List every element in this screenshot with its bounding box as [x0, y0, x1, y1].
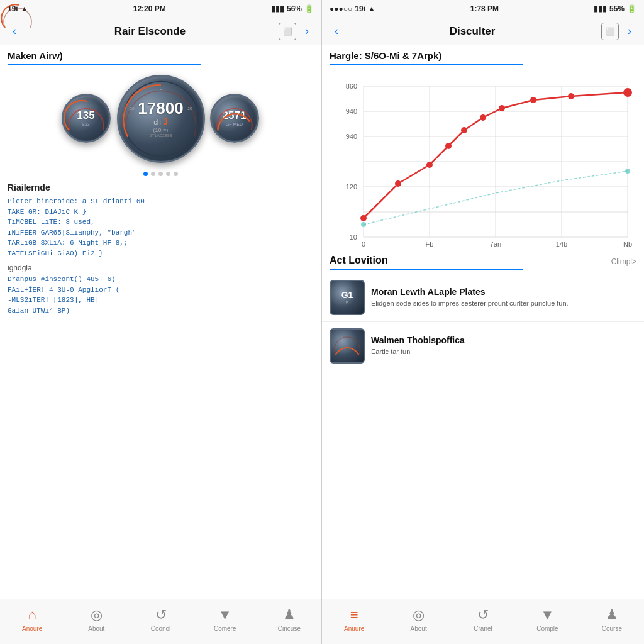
right-tab-icon-1: ◎ — [413, 607, 425, 623]
right-tab-1[interactable]: ◎About — [386, 599, 450, 644]
left-gauge-area: 135 S23 0 20 20 17800 ch 3 (10.≡) 5T1A02… — [0, 69, 321, 169]
right-wifi-icon: ▲ — [368, 4, 375, 13]
right-tab-label-0: Anuure — [344, 625, 364, 632]
svg-point-0 — [123, 82, 198, 157]
right-tab-3[interactable]: ▼Comple — [515, 599, 579, 644]
left-tab-2[interactable]: ↺Coonol — [128, 599, 192, 644]
list-item-title-0: Moran Lewth ALaple Plates — [371, 287, 636, 297]
right-phone-panel: ●●●○○ 19i ▲ 1:78 PM ▮▮▮ 55% 🔋 ‹ Disculte… — [322, 0, 644, 644]
left-phone-panel: 19i ▲ 12:20 PM ▮▮▮ 56% 🔋 ‹ Rair Elsconde… — [0, 0, 322, 644]
right-act-section: Act Lovition Climpl> — [322, 250, 644, 269]
content-line: Dranpus #inscont() 485T 6) — [8, 274, 314, 285]
svg-text:Nb: Nb — [623, 240, 632, 248]
right-tab-label-4: Course — [602, 625, 622, 632]
dot-5 — [174, 172, 178, 176]
left-gauge-main: 0 20 20 17800 ch 3 (10.≡) 5T1A02899 — [117, 75, 205, 163]
content-line: -MLS2iTER! [1823], HB] — [8, 295, 314, 306]
left-bookmark-icon[interactable]: ⬜ — [279, 23, 296, 40]
svg-text:Fb: Fb — [426, 240, 434, 248]
left-tab-label-4: Cincuse — [278, 625, 301, 632]
left-tab-label-1: About — [88, 625, 104, 632]
list-item-1[interactable]: Walmen ThoblspofficaEartic tar tun — [322, 322, 644, 370]
right-section-label: Hargle: S/6O-Mi & 7Arpk) — [322, 45, 644, 64]
right-bookmark-icon[interactable]: ⬜ — [601, 23, 619, 40]
svg-point-35 — [499, 105, 505, 111]
svg-text:860: 860 — [346, 82, 357, 90]
content-line: TATELSFiGHi GiAO) Fi2 } — [8, 248, 314, 259]
left-status-bar: 19i ▲ 12:20 PM ▮▮▮ 56% 🔋 — [0, 0, 321, 18]
svg-text:940: 940 — [346, 133, 357, 140]
right-tab-icon-3: ▼ — [541, 607, 555, 623]
left-content-text: Pleter bincroide: a SI drianti 60 TAKE G… — [8, 196, 314, 258]
left-dots-row — [0, 169, 321, 179]
svg-point-34 — [480, 114, 486, 121]
left-tab-label-0: Anoure — [22, 625, 42, 632]
right-tab-4[interactable]: ♟Course — [580, 599, 644, 644]
left-forward-button[interactable]: › — [300, 22, 314, 40]
left-tab-icon-1: ◎ — [91, 607, 103, 623]
left-section-label: Maken Airw) — [0, 45, 321, 64]
right-tab-2[interactable]: ↺Cranel — [451, 599, 515, 644]
right-forward-button[interactable]: › — [623, 22, 636, 40]
left-gauge-small-right: 2571 GF MED — [210, 94, 260, 144]
left-battery: 56% — [287, 4, 302, 13]
left-tab-icon-2: ↺ — [155, 607, 167, 623]
left-tab-icon-0: ⌂ — [28, 607, 36, 623]
right-tab-label-2: Cranel — [474, 625, 492, 632]
left-tab-icon-3: ▼ — [218, 607, 232, 623]
left-tab-1[interactable]: ◎About — [64, 599, 128, 644]
svg-point-29 — [360, 215, 367, 221]
left-tab-4[interactable]: ♟Cincuse — [257, 599, 321, 644]
list-thumb-0: G1 5 — [330, 280, 365, 315]
svg-text:20: 20 — [187, 106, 192, 111]
svg-text:7an: 7an — [490, 240, 501, 248]
list-item-0[interactable]: G1 5Moran Lewth ALaple PlatesElidgen sod… — [322, 274, 644, 322]
dot-3 — [158, 172, 163, 176]
dot-1 — [143, 172, 148, 176]
right-back-button[interactable]: ‹ — [330, 22, 343, 40]
svg-point-28 — [625, 169, 630, 174]
content-line: TARLiGB SXLiA: 6 Night HF 8,; — [8, 238, 314, 248]
svg-text:940: 940 — [346, 108, 357, 115]
left-signal-icon: ▮▮▮ — [271, 4, 284, 13]
right-status-bar: ●●●○○ 19i ▲ 1:78 PM ▮▮▮ 55% 🔋 — [322, 0, 644, 18]
right-battery: 55% — [609, 4, 625, 13]
svg-text:10: 10 — [350, 233, 357, 241]
right-act-title: Act Lovition — [330, 255, 387, 266]
svg-point-27 — [361, 222, 366, 227]
right-act-link[interactable]: Climpl> — [611, 257, 636, 266]
svg-text:0: 0 — [362, 240, 365, 248]
left-content-area: Riailernde Pleter bincroide: a SI driant… — [0, 179, 321, 599]
content-line: TAKE GR: DlAJiC K } — [8, 207, 314, 218]
left-battery-icon: 🔋 — [304, 4, 314, 13]
left-section2-text: Dranpus #inscont() 485T 6)FAiL+ÎER! 4 3U… — [8, 274, 314, 316]
svg-text:0: 0 — [159, 86, 162, 91]
content-line: Galan UTWi4 BP) — [8, 306, 314, 316]
left-section2: ighdgla Dranpus #inscont() 485T 6)FAiL+Î… — [8, 264, 314, 316]
left-nav-bar: ‹ Rair Elsconde ⬜ › — [0, 18, 321, 45]
svg-point-30 — [395, 180, 401, 187]
list-item-title-1: Walmen Thoblspoffica — [371, 335, 636, 345]
right-tab-label-1: About — [411, 625, 427, 632]
right-nav-bar: ‹ Disculter ⬜ › — [322, 18, 644, 45]
list-thumb-1 — [330, 328, 365, 364]
svg-point-36 — [530, 97, 536, 103]
svg-point-32 — [445, 143, 452, 149]
right-tab-0[interactable]: ≡Anuure — [322, 599, 386, 644]
left-tab-0[interactable]: ⌂Anoure — [0, 599, 64, 644]
right-tab-icon-0: ≡ — [350, 607, 358, 623]
left-nav-title: Rair Elsconde — [21, 25, 279, 38]
list-item-desc-1: Eartic tar tun — [371, 347, 636, 357]
dot-2 — [151, 172, 155, 176]
right-signal-dots: ●●●○○ — [330, 4, 352, 13]
left-tab-label-3: Comere — [214, 625, 236, 632]
left-tab-icon-4: ♟ — [283, 607, 296, 623]
right-carrier: 19i — [355, 4, 365, 13]
content-line: TiMCBEL LiTE: 8 used, ' — [8, 217, 314, 228]
right-time: 1:78 PM — [470, 4, 499, 13]
right-chart-container: 860 940 940 120 10 0 Fb 7an 14b Nb Verta… — [322, 69, 644, 250]
right-battery-icon: 🔋 — [627, 4, 636, 13]
left-tab-bar: ⌂Anoure◎About↺Coonol▼Comere♟Cincuse — [0, 599, 321, 644]
svg-text:14b: 14b — [556, 240, 567, 248]
left-tab-3[interactable]: ▼Comere — [193, 599, 257, 644]
